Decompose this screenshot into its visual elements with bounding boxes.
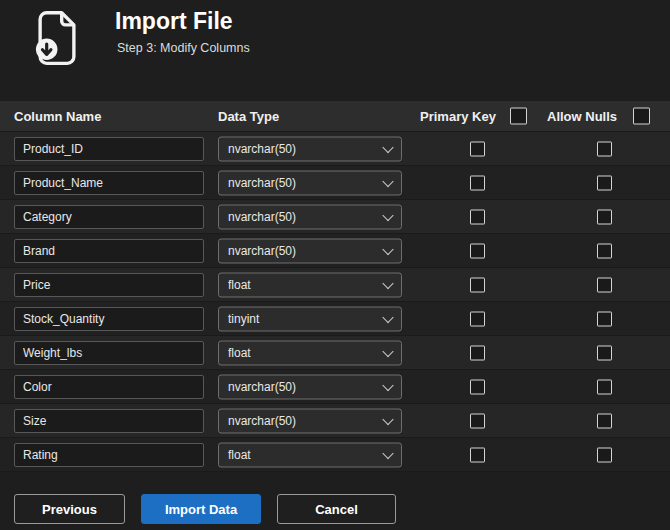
data-type-value: nvarchar(50) — [228, 210, 296, 224]
data-type-value: float — [228, 448, 251, 462]
column-name-input[interactable] — [14, 443, 204, 467]
data-type-value: nvarchar(50) — [228, 244, 296, 258]
column-header-name: Column Name — [14, 109, 101, 124]
allow-nulls-checkbox[interactable] — [597, 345, 612, 360]
column-name-input[interactable] — [14, 137, 204, 161]
table-row: nvarchar(50) — [0, 370, 670, 404]
chevron-down-icon — [382, 175, 393, 186]
primary-key-checkbox[interactable] — [470, 209, 485, 224]
allow-nulls-checkbox[interactable] — [597, 175, 612, 190]
table-row: tinyint — [0, 302, 670, 336]
column-name-input[interactable] — [14, 205, 204, 229]
table-body: nvarchar(50) nvarchar(50) nvarchar(50) — [0, 132, 670, 472]
cancel-button[interactable]: Cancel — [277, 494, 396, 524]
column-header-type: Data Type — [218, 109, 279, 124]
column-name-input[interactable] — [14, 171, 204, 195]
table-header: Column Name Data Type Primary Key Allow … — [0, 101, 670, 132]
previous-button[interactable]: Previous — [14, 494, 125, 524]
chevron-down-icon — [382, 277, 393, 288]
data-type-dropdown[interactable]: float — [218, 340, 402, 365]
chevron-down-icon — [382, 141, 393, 152]
chevron-down-icon — [382, 379, 393, 390]
data-type-dropdown[interactable]: tinyint — [218, 306, 402, 331]
step-subtitle: Step 3: Modify Columns — [117, 41, 250, 55]
primary-key-checkbox[interactable] — [470, 311, 485, 326]
table-row: nvarchar(50) — [0, 166, 670, 200]
data-type-value: nvarchar(50) — [228, 380, 296, 394]
import-file-icon — [26, 8, 88, 68]
data-type-value: nvarchar(50) — [228, 176, 296, 190]
primary-key-checkbox[interactable] — [470, 345, 485, 360]
column-name-input[interactable] — [14, 375, 204, 399]
allow-nulls-checkbox[interactable] — [597, 141, 612, 156]
table-row: nvarchar(50) — [0, 234, 670, 268]
allow-nulls-checkbox[interactable] — [597, 243, 612, 258]
table-row: nvarchar(50) — [0, 132, 670, 166]
chevron-down-icon — [382, 447, 393, 458]
column-name-input[interactable] — [14, 341, 204, 365]
primary-key-select-all-checkbox[interactable] — [510, 108, 527, 125]
column-header-primary-key: Primary Key — [420, 109, 496, 124]
data-type-dropdown[interactable]: float — [218, 272, 402, 297]
primary-key-checkbox[interactable] — [470, 413, 485, 428]
table-row: float — [0, 438, 670, 472]
primary-key-checkbox[interactable] — [470, 277, 485, 292]
allow-nulls-checkbox[interactable] — [597, 311, 612, 326]
data-type-value: float — [228, 278, 251, 292]
column-name-input[interactable] — [14, 239, 204, 263]
primary-key-checkbox[interactable] — [470, 379, 485, 394]
column-name-input[interactable] — [14, 409, 204, 433]
chevron-down-icon — [382, 345, 393, 356]
allow-nulls-checkbox[interactable] — [597, 413, 612, 428]
chevron-down-icon — [382, 413, 393, 424]
chevron-down-icon — [382, 209, 393, 220]
column-header-allow-nulls: Allow Nulls — [547, 109, 617, 124]
allow-nulls-checkbox[interactable] — [597, 277, 612, 292]
data-type-value: nvarchar(50) — [228, 142, 296, 156]
data-type-dropdown[interactable]: nvarchar(50) — [218, 408, 402, 433]
import-file-dialog: Import File Step 3: Modify Columns Colum… — [0, 0, 670, 530]
primary-key-checkbox[interactable] — [470, 447, 485, 462]
data-type-dropdown[interactable]: nvarchar(50) — [218, 238, 402, 263]
data-type-dropdown[interactable]: nvarchar(50) — [218, 374, 402, 399]
page-title: Import File — [115, 8, 233, 35]
chevron-down-icon — [382, 243, 393, 254]
chevron-down-icon — [382, 311, 393, 322]
table-row: nvarchar(50) — [0, 404, 670, 438]
allow-nulls-checkbox[interactable] — [597, 447, 612, 462]
dialog-footer: Previous Import Data Cancel — [0, 494, 670, 530]
data-type-value: float — [228, 346, 251, 360]
allow-nulls-checkbox[interactable] — [597, 209, 612, 224]
column-name-input[interactable] — [14, 307, 204, 331]
table-row: float — [0, 268, 670, 302]
table-row: float — [0, 336, 670, 370]
dialog-header: Import File Step 3: Modify Columns — [0, 0, 670, 100]
data-type-value: tinyint — [228, 312, 259, 326]
import-data-button[interactable]: Import Data — [141, 494, 261, 524]
column-name-input[interactable] — [14, 273, 204, 297]
primary-key-checkbox[interactable] — [470, 243, 485, 258]
data-type-dropdown[interactable]: float — [218, 442, 402, 467]
primary-key-checkbox[interactable] — [470, 175, 485, 190]
primary-key-checkbox[interactable] — [470, 141, 485, 156]
data-type-dropdown[interactable]: nvarchar(50) — [218, 136, 402, 161]
allow-nulls-checkbox[interactable] — [597, 379, 612, 394]
data-type-value: nvarchar(50) — [228, 414, 296, 428]
allow-nulls-select-all-checkbox[interactable] — [633, 108, 650, 125]
data-type-dropdown[interactable]: nvarchar(50) — [218, 204, 402, 229]
data-type-dropdown[interactable]: nvarchar(50) — [218, 170, 402, 195]
table-row: nvarchar(50) — [0, 200, 670, 234]
